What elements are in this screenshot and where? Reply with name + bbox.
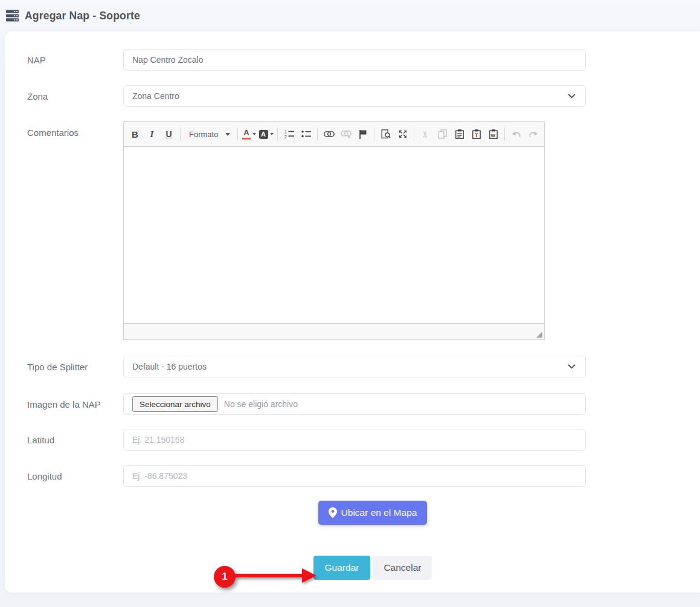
latitud-label: Latitud — [27, 435, 123, 445]
comentarios-editor: B I U Formato A — [123, 121, 545, 340]
toolbar-separator — [237, 127, 238, 141]
page: Agregar Nap - Soporte NAP Zona Zona Cent… — [0, 0, 700, 607]
background-color-icon: A — [259, 130, 268, 139]
zona-select[interactable]: Zona Centro — [123, 85, 586, 107]
svg-text:2: 2 — [284, 135, 287, 139]
editor-content[interactable] — [124, 147, 544, 323]
copy-icon — [438, 129, 447, 139]
latitud-input[interactable] — [123, 429, 586, 451]
ubicar-mapa-label: Ubicar en el Mapa — [341, 507, 417, 518]
map-marker-icon — [329, 507, 337, 518]
longitud-label: Longitud — [27, 471, 123, 481]
annotation-step-badge: 1 — [214, 566, 236, 588]
preview-icon — [381, 129, 391, 139]
italic-icon: I — [150, 129, 154, 140]
bold-button[interactable]: B — [127, 126, 143, 143]
toolbar-separator — [317, 127, 318, 141]
cut-button: ✂ — [417, 126, 434, 143]
cut-icon: ✂ — [420, 130, 431, 138]
paste-icon — [455, 129, 464, 139]
form-card: NAP Zona Zona Centro Comentarios — [5, 31, 700, 593]
toolbar-separator — [180, 127, 181, 141]
longitud-row: Longitud — [27, 465, 700, 487]
anchor-flag-icon — [359, 130, 367, 139]
splitter-label: Tipo de Splitter — [27, 362, 123, 372]
caret-down-icon — [225, 133, 230, 136]
editor-status-bar — [124, 323, 544, 339]
background-color-button[interactable]: A — [258, 126, 274, 143]
longitud-input[interactable] — [123, 465, 586, 487]
paste-text-icon: T — [472, 129, 481, 139]
zona-select-value: Zona Centro — [132, 91, 179, 101]
unlink-button — [338, 126, 354, 143]
bulleted-list-icon — [301, 130, 311, 138]
numbered-list-button[interactable]: 1 2 — [281, 126, 297, 143]
format-combo-label: Formato — [189, 130, 218, 139]
svg-text:W: W — [490, 133, 495, 138]
guardar-button[interactable]: Guardar — [313, 556, 371, 580]
copy-button — [434, 126, 451, 143]
resize-handle-icon[interactable] — [536, 332, 542, 338]
paste-from-word-button[interactable]: W — [485, 126, 501, 143]
toolbar-separator — [277, 127, 278, 141]
svg-text:1: 1 — [284, 130, 287, 134]
anchor-button[interactable] — [355, 126, 371, 143]
latitud-row: Latitud — [27, 429, 700, 451]
unlink-icon — [341, 130, 352, 138]
paste-button[interactable] — [451, 126, 467, 143]
text-color-icon: A — [242, 129, 250, 139]
svg-text:T: T — [475, 132, 478, 138]
nap-row: NAP — [27, 49, 700, 71]
caret-down-icon — [252, 133, 256, 135]
editor-toolbar: B I U Formato A — [124, 122, 544, 147]
toolbar-separator — [374, 127, 374, 141]
text-color-button[interactable]: A — [241, 126, 257, 143]
toolbar-separator — [504, 127, 505, 141]
link-icon — [324, 131, 335, 137]
file-select-button[interactable]: Seleccionar archivo — [132, 396, 218, 412]
map-button-row: Ubicar en el Mapa — [36, 501, 700, 525]
splitter-select-value: Default - 16 puertos — [132, 362, 207, 371]
link-button[interactable] — [321, 126, 337, 143]
italic-button[interactable]: I — [144, 126, 160, 143]
redo-icon — [528, 130, 538, 138]
splitter-row: Tipo de Splitter Default - 16 puertos — [27, 356, 700, 377]
undo-icon — [512, 130, 521, 138]
chevron-down-icon — [568, 364, 576, 369]
nap-input[interactable] — [123, 49, 586, 71]
file-status-text: No se eligió archivo — [224, 399, 298, 409]
imagen-row: Imagen de la NAP Seleccionar archivo No … — [27, 393, 700, 415]
splitter-select[interactable]: Default - 16 puertos — [123, 356, 586, 377]
maximize-button[interactable] — [394, 126, 411, 143]
zona-row: Zona Zona Centro — [27, 85, 700, 107]
underline-button[interactable]: U — [161, 126, 177, 143]
comentarios-row: Comentarios B I U Formato A — [27, 121, 700, 340]
actions-row: Guardar Cancelar — [36, 556, 700, 580]
chevron-down-icon — [568, 94, 576, 98]
bulleted-list-button[interactable] — [298, 126, 314, 143]
underline-icon: U — [165, 129, 172, 139]
preview-button[interactable] — [377, 126, 394, 143]
numbered-list-icon: 1 2 — [284, 130, 294, 138]
page-title: Agregar Nap - Soporte — [25, 10, 140, 22]
paste-word-icon: W — [489, 129, 498, 139]
paste-plain-text-button[interactable]: T — [468, 126, 484, 143]
imagen-file-input[interactable]: Seleccionar archivo No se eligió archivo — [123, 393, 586, 415]
maximize-icon — [398, 129, 408, 139]
caret-down-icon — [270, 133, 274, 135]
undo-button — [508, 126, 524, 143]
comentarios-label: Comentarios — [27, 121, 123, 138]
bold-icon: B — [132, 129, 138, 140]
ubicar-mapa-button[interactable]: Ubicar en el Mapa — [318, 501, 428, 525]
imagen-label: Imagen de la NAP — [27, 399, 123, 409]
toolbar-separator — [414, 127, 414, 141]
nap-label: NAP — [27, 55, 123, 65]
zona-label: Zona — [27, 91, 123, 101]
page-header: Agregar Nap - Soporte — [0, 0, 700, 31]
server-icon — [6, 10, 19, 22]
redo-button — [525, 126, 541, 143]
format-combo[interactable]: Formato — [184, 126, 234, 143]
cancelar-button[interactable]: Cancelar — [373, 556, 432, 580]
annotation-arrow-icon — [233, 567, 318, 585]
